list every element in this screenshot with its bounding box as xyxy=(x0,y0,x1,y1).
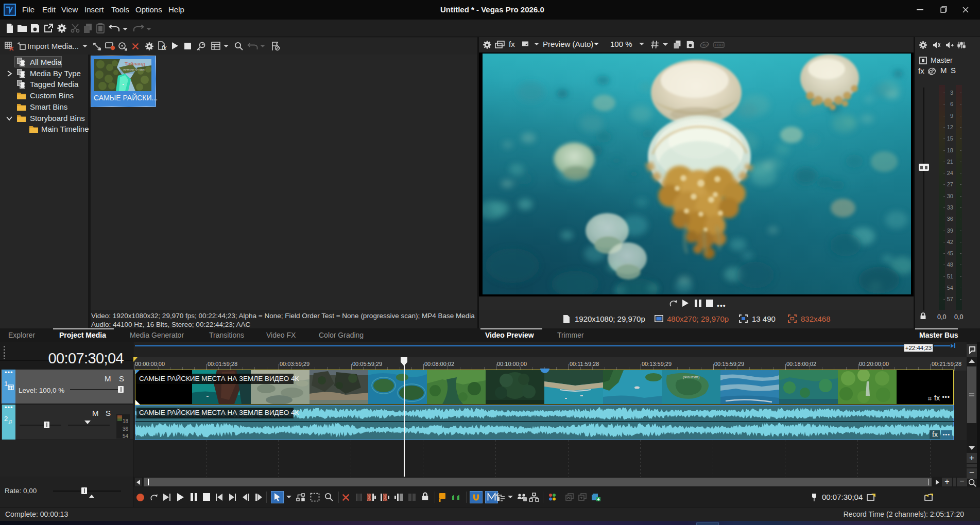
svg-text:HDR: HDR xyxy=(715,43,724,47)
svg-text:исчезло тут шок: исчезло тут шок xyxy=(123,68,145,71)
svg-text:360: 360 xyxy=(701,43,708,47)
svg-text:Тайланд: Тайланд xyxy=(125,61,145,66)
